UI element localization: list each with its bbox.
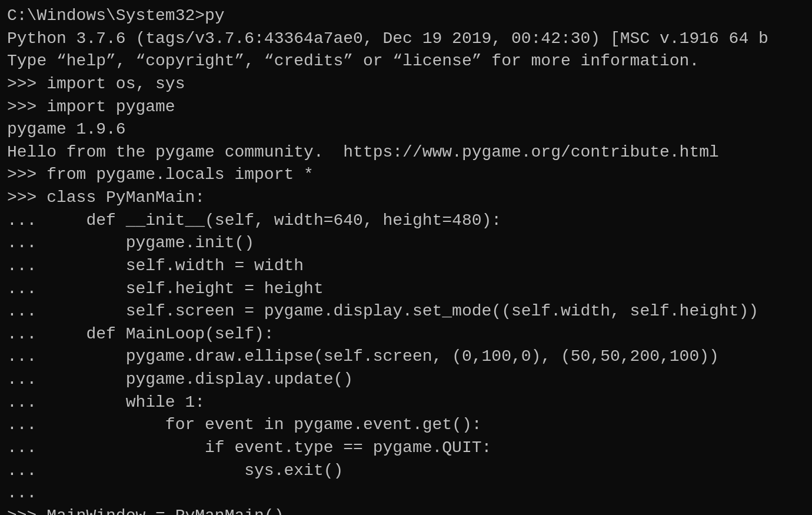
line-22: ...: [7, 482, 805, 505]
line-21: ... sys.exit(): [7, 460, 805, 483]
line-1: C:\Windows\System32>py: [7, 5, 805, 28]
line-14: ... self.screen = pygame.display.set_mod…: [7, 300, 805, 323]
line-20: ... if event.type == pygame.QUIT:: [7, 437, 805, 460]
line-19: ... for event in pygame.event.get():: [7, 414, 805, 437]
line-18: ... while 1:: [7, 391, 805, 414]
line-9: >>> class PyManMain:: [7, 187, 805, 210]
line-13: ... self.height = height: [7, 278, 805, 301]
line-15: ... def MainLoop(self):: [7, 323, 805, 346]
line-2: Python 3.7.6 (tags/v3.7.6:43364a7ae0, De…: [7, 28, 805, 51]
line-8: >>> from pygame.locals import *: [7, 164, 805, 187]
line-6: pygame 1.9.6: [7, 118, 805, 141]
line-3: Type “help”, “copyright”, “credits” or “…: [7, 50, 805, 73]
line-10: ... def __init__(self, width=640, height…: [7, 210, 805, 232]
line-5: >>> import pygame: [7, 96, 805, 119]
line-23: >>> MainWindow = PyManMain(): [7, 505, 805, 515]
line-16: ... pygame.draw.ellipse(self.screen, (0,…: [7, 345, 805, 368]
line-7: Hello from the pygame community. https:/…: [7, 141, 805, 164]
line-11: ... pygame.init(): [7, 232, 805, 255]
line-17: ... pygame.display.update(): [7, 368, 805, 391]
line-4: >>> import os, sys: [7, 73, 805, 96]
line-12: ... self.width = width: [7, 255, 805, 278]
terminal-window: C:\Windows\System32>pyPython 3.7.6 (tags…: [7, 5, 805, 510]
